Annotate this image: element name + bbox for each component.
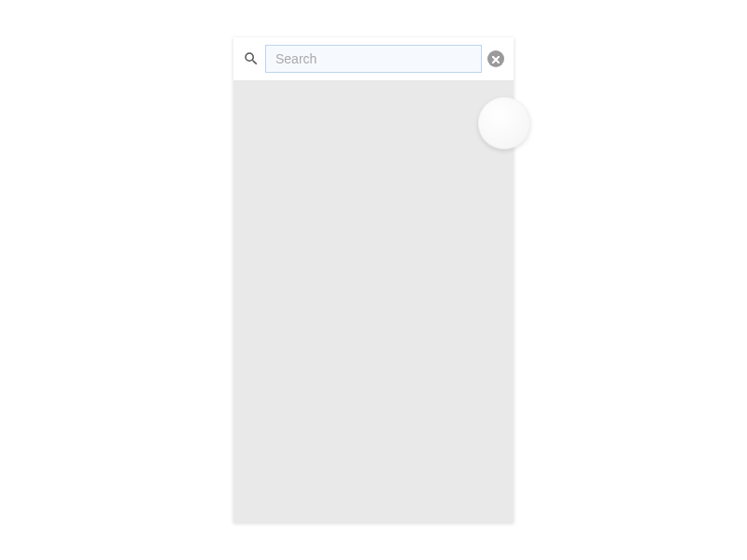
content-area: [233, 80, 514, 523]
close-icon: [492, 50, 500, 67]
search-input[interactable]: [265, 45, 482, 73]
search-bar: [233, 37, 514, 80]
search-icon: [243, 50, 260, 67]
touch-indicator: [478, 97, 530, 149]
app-panel: [233, 37, 514, 523]
clear-button[interactable]: [487, 50, 504, 67]
